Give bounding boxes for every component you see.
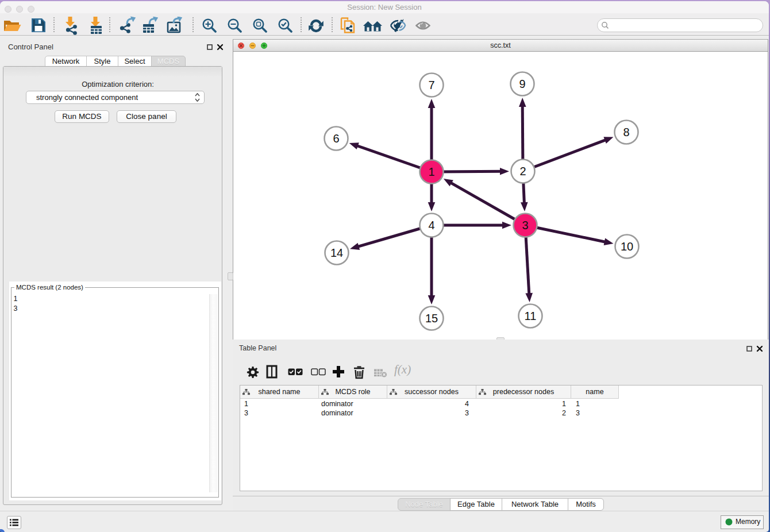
svg-text:4: 4	[428, 219, 434, 232]
svg-text:3: 3	[522, 219, 528, 232]
svg-text:10: 10	[621, 240, 633, 253]
svg-text:8: 8	[623, 126, 629, 138]
svg-text:15: 15	[425, 312, 438, 325]
svg-text:2: 2	[519, 165, 526, 178]
svg-text:1: 1	[428, 165, 434, 178]
svg-text:7: 7	[428, 79, 434, 91]
svg-text:6: 6	[333, 132, 339, 145]
svg-text:11: 11	[525, 310, 537, 322]
svg-text:9: 9	[519, 78, 525, 90]
svg-text:14: 14	[330, 246, 343, 259]
